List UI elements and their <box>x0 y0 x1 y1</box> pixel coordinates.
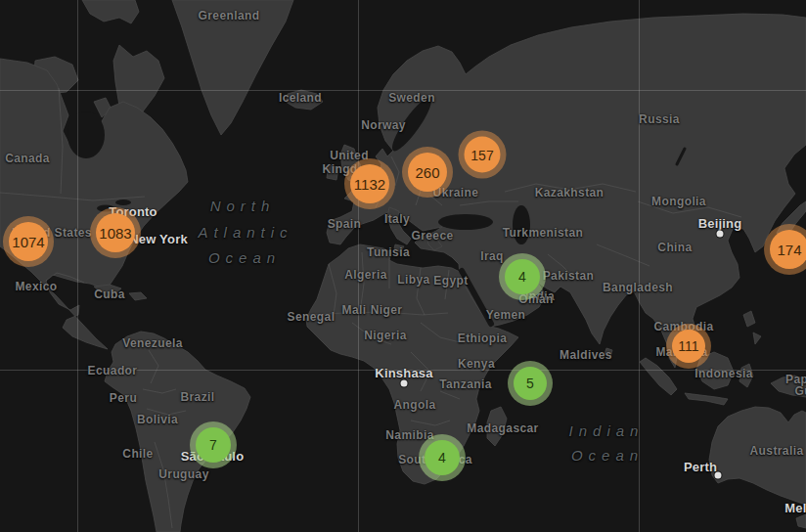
country-label: Uruguay <box>158 467 208 481</box>
cluster-marker[interactable]: 111 <box>672 330 705 363</box>
cluster-marker[interactable]: 1083 <box>96 213 135 252</box>
map-canvas[interactable]: NorthAtlanticOceanIndianOceanGreenlandIc… <box>0 0 806 532</box>
country-label: Greece <box>411 229 453 243</box>
ocean-label: Ocean <box>208 249 281 266</box>
country-label: Nigeria <box>364 329 406 342</box>
ocean-label: Atlantic <box>198 224 292 241</box>
city-marker-dot <box>401 380 408 387</box>
city-label: Melbourne <box>784 501 806 515</box>
country-label: Indonesia <box>694 367 753 380</box>
city-marker-dot <box>715 472 722 479</box>
country-label: Bangladesh <box>603 281 673 294</box>
country-label: Madagascar <box>467 421 538 435</box>
country-label: Greenland <box>199 9 260 22</box>
cluster-marker[interactable]: 1074 <box>9 222 48 261</box>
country-label: Kazakhstan <box>535 186 604 200</box>
country-label: Guinea <box>794 384 806 398</box>
country-label: Bolivia <box>137 413 178 426</box>
country-label: Iraq <box>480 249 504 263</box>
country-label: Canada <box>5 152 50 165</box>
country-label: Angola <box>393 398 435 412</box>
country-label: Peru <box>110 391 137 405</box>
country-label: Maldives <box>560 348 612 362</box>
cluster-marker[interactable]: 7 <box>196 427 231 463</box>
country-label: Tunisia <box>367 245 410 259</box>
country-label: Ecuador <box>88 364 138 377</box>
country-label: Australia <box>750 444 804 458</box>
country-label: Senegal <box>288 310 336 324</box>
grid-line-vertical <box>358 0 359 532</box>
country-label: Kenya <box>458 357 495 371</box>
ocean-label: Ocean <box>571 447 644 464</box>
country-label: Spain <box>328 217 362 231</box>
ocean-label: North <box>210 198 276 214</box>
cluster-marker[interactable]: 157 <box>465 137 501 173</box>
country-label: Mali <box>342 303 367 317</box>
city-label: Kinshasa <box>375 366 432 380</box>
country-label: Chile <box>122 447 153 461</box>
cluster-marker[interactable]: 5 <box>514 367 547 400</box>
country-label: Mongolia <box>651 195 706 208</box>
country-label: Brazil <box>180 390 214 404</box>
city-label: New York <box>129 232 188 246</box>
country-label: Ukraine <box>433 186 479 200</box>
city-label: Beijing <box>698 216 742 231</box>
country-label: Sweden <box>388 91 435 105</box>
cluster-marker[interactable]: 174 <box>770 230 806 269</box>
country-label: Mexico <box>15 280 57 293</box>
city-marker-dot <box>717 231 724 238</box>
country-label: United <box>330 149 369 162</box>
cluster-marker[interactable]: 260 <box>408 153 447 192</box>
country-label: Namibia <box>385 428 433 442</box>
grid-line-vertical <box>77 0 78 532</box>
country-label: Tanzania <box>439 377 492 391</box>
country-label: Russia <box>639 112 680 126</box>
country-label: Egypt <box>433 274 468 288</box>
country-label: Pakistan <box>543 269 595 283</box>
ocean-label: Indian <box>569 422 645 439</box>
country-label: Italy <box>384 212 410 226</box>
cluster-marker[interactable]: 1132 <box>350 164 389 203</box>
country-label: Cuba <box>94 288 125 301</box>
country-label: Algeria <box>344 268 386 282</box>
country-label: Venezuela <box>122 336 183 350</box>
country-label: Libya <box>397 273 429 287</box>
country-label: Turkmenistan <box>503 226 584 240</box>
country-label: Niger <box>371 303 403 317</box>
country-label: Oman <box>518 292 554 306</box>
city-label: Perth <box>684 460 717 474</box>
country-label: China <box>657 241 692 254</box>
country-label: Ethiopia <box>458 332 508 345</box>
country-label: Iceland <box>279 91 322 105</box>
cluster-marker[interactable]: 4 <box>505 259 540 294</box>
country-label: Yemen <box>486 308 526 322</box>
cluster-marker[interactable]: 4 <box>425 440 460 475</box>
country-label: Norway <box>361 118 406 132</box>
